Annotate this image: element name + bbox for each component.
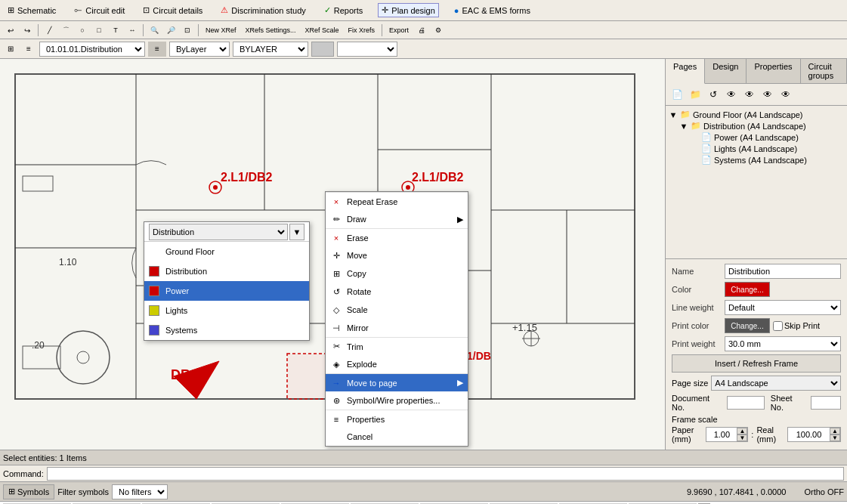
ctx-copy[interactable]: ⊞ Copy	[326, 264, 468, 283]
prop-pc-btn[interactable]: Change...	[725, 318, 770, 333]
skip-print-check[interactable]	[773, 321, 783, 331]
undo-btn[interactable]: ↩	[3, 23, 18, 38]
dim-btn[interactable]: ↔	[125, 23, 140, 38]
print-btn[interactable]: 🖨	[414, 23, 429, 38]
layer-props-btn[interactable]: ⊞	[3, 42, 18, 57]
submenu-dropdown-arrow[interactable]: ▼	[289, 224, 304, 240]
doc-no-input[interactable]	[727, 396, 765, 410]
command-input[interactable]	[47, 467, 844, 481]
panel-folder-btn[interactable]: 📁	[687, 86, 703, 103]
symbols-btn[interactable]: ⊞ Symbols	[3, 484, 54, 499]
right-panel: Pages Design Properties Circuit groups 📄…	[666, 59, 847, 450]
submenu-ground-floor[interactable]: Ground Floor	[144, 242, 309, 261]
menu-discrimination[interactable]: ⚠ Discrimination study	[218, 4, 308, 17]
reports-icon: ✓	[324, 5, 331, 15]
submenu-lights[interactable]: Lights	[144, 301, 309, 320]
paper-mm-label: Paper (mm)	[672, 425, 703, 444]
fix-xrefs-btn[interactable]: Fix Xrefs	[345, 23, 379, 38]
redo-btn[interactable]: ↪	[20, 23, 35, 38]
layer-color-btn[interactable]: ≡	[148, 42, 166, 57]
folder-icon-dist: 📁	[691, 121, 701, 131]
tab-pages[interactable]: Pages	[666, 59, 705, 84]
new-xref-btn[interactable]: New XRef	[202, 23, 240, 38]
page-size-select[interactable]: A4 Landscape	[711, 376, 841, 391]
prop-pw-select[interactable]: 30.0 mm	[725, 336, 841, 351]
properties-icon: ≡	[330, 413, 342, 425]
ctx-draw[interactable]: ✏ Draw ▶	[326, 210, 468, 228]
paper-mm-input[interactable]	[706, 428, 737, 441]
tree-systems[interactable]: 📄 Systems (A4 Landscape)	[669, 154, 844, 165]
filter-select[interactable]: No filters	[112, 484, 168, 499]
real-mm-up[interactable]: ▲	[830, 428, 840, 434]
xref-scale-btn[interactable]: XRef Scale	[301, 23, 343, 38]
submenu-power[interactable]: Power	[144, 281, 309, 301]
panel-view4-btn[interactable]: 👁	[777, 86, 794, 103]
panel-view1-btn[interactable]: 👁	[723, 86, 740, 103]
paper-mm-down[interactable]: ▼	[737, 434, 747, 441]
ctx-symbol-props[interactable]: ⊛ Symbol/Wire properties...	[326, 391, 468, 410]
arc-btn[interactable]: ⌒	[58, 23, 73, 38]
circle-btn[interactable]: ○	[75, 23, 90, 38]
ctx-move[interactable]: ✛ Move	[326, 246, 468, 264]
ctx-rotate[interactable]: ↺ Rotate	[326, 283, 468, 301]
zoom-all-btn[interactable]: ⊡	[180, 23, 195, 38]
ctx-mirror[interactable]: ⊣ Mirror	[326, 319, 468, 337]
tree-lights[interactable]: 📄 Lights (A4 Landscape)	[669, 143, 844, 154]
real-mm-input[interactable]	[788, 428, 830, 441]
paper-mm-up[interactable]: ▲	[737, 428, 747, 434]
submenu-dropdown[interactable]: Distribution	[149, 224, 288, 240]
tree-power[interactable]: 📄 Power (A4 Landscape)	[669, 131, 844, 143]
move-to-page-submenu: Distribution ▼ Ground Floor Distribution…	[144, 221, 310, 341]
menu-circuit-details[interactable]: ⊡ Circuit details	[140, 4, 206, 17]
menu-schematic[interactable]: ⊞ Schematic	[5, 4, 59, 17]
line-btn[interactable]: ╱	[42, 23, 57, 38]
export-btn[interactable]: Export	[385, 23, 413, 38]
menu-plan-design[interactable]: ✛ Plan design	[378, 3, 439, 17]
cad-label-2l1db2-1: 2.L1/DB2	[221, 171, 272, 184]
rect-btn[interactable]: □	[91, 23, 107, 38]
tab-design[interactable]: Design	[705, 59, 747, 83]
panel-view2-btn[interactable]: 👁	[741, 86, 758, 103]
tab-circuit-groups[interactable]: Circuit groups	[801, 59, 847, 83]
ctx-cancel[interactable]: Cancel	[326, 428, 468, 446]
tree-ground-floor[interactable]: ▼ 📁 Ground Floor (A4 Landscape)	[669, 109, 844, 120]
color-select[interactable]	[337, 42, 397, 57]
sheet-no-input[interactable]	[811, 396, 841, 410]
submenu-systems[interactable]: Systems	[144, 320, 309, 340]
submenu-distribution[interactable]: Distribution	[144, 261, 309, 281]
prop-lw-select[interactable]: Default	[725, 300, 841, 315]
prop-color-btn[interactable]: Change...	[725, 282, 770, 297]
real-mm-down[interactable]: ▼	[830, 434, 840, 441]
menu-reports[interactable]: ✓ Reports	[321, 4, 366, 17]
layer-select[interactable]: 01.01.01.Distribution	[39, 42, 145, 57]
panel-refresh-btn[interactable]: ↺	[705, 86, 722, 103]
ctx-trim[interactable]: ✂ Trim	[326, 337, 468, 355]
ctx-erase[interactable]: × Erase	[326, 228, 468, 246]
prop-name-input[interactable]	[725, 264, 841, 279]
zoom-in-btn[interactable]: 🔍	[147, 23, 162, 38]
settings-btn[interactable]: ⚙	[431, 23, 446, 38]
frame-scale-label: Frame scale	[672, 415, 841, 424]
tree-distribution[interactable]: ▼ 📁 Distribution (A4 Landscape)	[669, 120, 844, 131]
main-content: 2.L1/DB2 2.L1/DB2 2.L1/DB2 .L1/DB2 DB2 1…	[0, 59, 847, 450]
svg-point-25	[406, 185, 410, 190]
props-panel: Name Color Change... Line weight Default…	[666, 258, 847, 450]
lineweight-select[interactable]: BYLAYER	[233, 42, 308, 57]
zoom-out-btn[interactable]: 🔎	[163, 23, 178, 38]
ctx-properties[interactable]: ≡ Properties	[326, 410, 468, 428]
ctx-scale[interactable]: ◇ Scale	[326, 301, 468, 319]
text-btn[interactable]: T	[108, 23, 123, 38]
panel-view3-btn[interactable]: 👁	[759, 86, 776, 103]
menu-circuit-edit[interactable]: ⟜ Circuit edit	[71, 4, 128, 17]
menu-eac[interactable]: ● EAC & EMS forms	[451, 5, 533, 17]
tab-properties[interactable]: Properties	[747, 59, 800, 83]
insert-refresh-btn[interactable]: Insert / Refresh Frame	[672, 354, 841, 373]
ctx-move-to-page[interactable]: → Move to page ▶	[326, 373, 468, 391]
linetype-select[interactable]: ByLayer	[169, 42, 230, 57]
layer-state-btn[interactable]: ≡	[21, 42, 36, 57]
ctx-explode[interactable]: ◈ Explode	[326, 355, 468, 373]
canvas-area[interactable]: 2.L1/DB2 2.L1/DB2 2.L1/DB2 .L1/DB2 DB2 1…	[0, 59, 666, 450]
panel-new-btn[interactable]: 📄	[669, 86, 685, 103]
xrefs-settings-btn[interactable]: XRefs Settings...	[242, 23, 300, 38]
ctx-repeat-erase[interactable]: × Repeat Erase	[326, 192, 468, 210]
